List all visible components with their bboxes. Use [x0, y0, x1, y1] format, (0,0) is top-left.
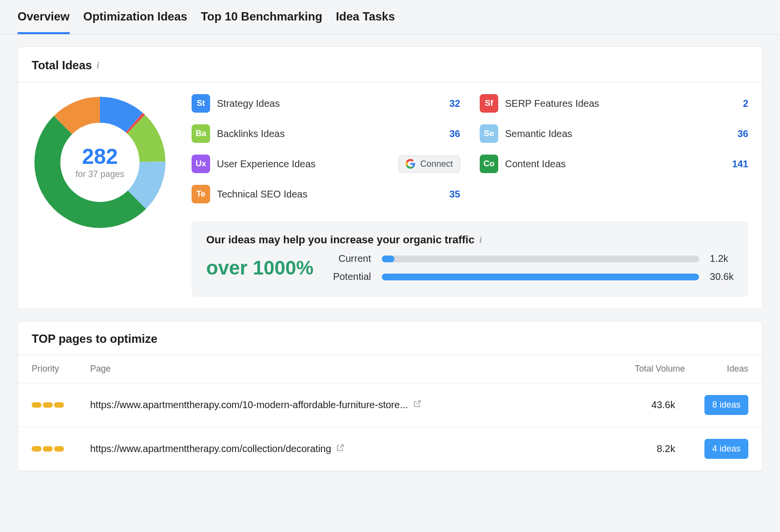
total-ideas-card: Total Ideas i 282 for 37 pages StStrateg… [18, 46, 762, 309]
idea-count: 2 [726, 98, 748, 109]
total-volume: 43.6k [607, 399, 685, 411]
idea-chip: Sf [480, 94, 498, 113]
connect-button[interactable]: Connect [398, 156, 460, 173]
traffic-title: Our ideas may help you increase your org… [206, 234, 474, 246]
idea-category[interactable]: CoContent Ideas141 [480, 155, 748, 173]
idea-label: Content Ideas [505, 158, 719, 170]
traffic-bar-label: Current [333, 253, 371, 264]
idea-category[interactable]: StStrategy Ideas32 [192, 94, 460, 113]
external-link-icon[interactable] [413, 399, 422, 411]
idea-count: 36 [726, 128, 748, 139]
traffic-percent: over 1000% [206, 257, 313, 279]
info-icon[interactable]: i [479, 235, 482, 245]
tab-overview[interactable]: Overview [18, 0, 70, 34]
donut-subtitle: for 37 pages [76, 169, 124, 179]
col-volume: Total Volume [607, 364, 685, 374]
idea-count: 141 [726, 158, 748, 170]
total-ideas-donut: 282 for 37 pages [32, 94, 168, 231]
ideas-button[interactable]: 4 ideas [704, 439, 748, 459]
idea-label: Technical SEO Ideas [217, 189, 431, 200]
info-icon[interactable]: i [97, 60, 99, 71]
top-pages-card: TOP pages to optimize Priority Page Tota… [18, 321, 762, 472]
idea-label: Strategy Ideas [217, 98, 431, 109]
idea-label: Semantic Ideas [505, 128, 719, 139]
traffic-bar-fill [382, 256, 394, 262]
page-url[interactable]: https://www.apartmenttherapy.com/collect… [90, 443, 607, 454]
traffic-bar-fill [382, 274, 699, 280]
idea-category[interactable]: SeSemantic Ideas36 [480, 124, 748, 143]
idea-category[interactable]: UxUser Experience IdeasConnect [192, 155, 460, 173]
top-pages-columns: Priority Page Total Volume Ideas [18, 355, 762, 383]
tab-top10-benchmarking[interactable]: Top 10 Benchmarking [201, 0, 322, 34]
idea-chip: Se [480, 124, 498, 143]
traffic-bar-track [382, 256, 699, 262]
ideas-categories: StStrategy Ideas32SfSERP Features Ideas2… [192, 94, 748, 203]
traffic-bars: Current1.2kPotential30.6k [333, 253, 734, 282]
priority-indicator [32, 446, 90, 452]
idea-chip: Ba [192, 124, 210, 143]
total-ideas-title: Total Ideas [32, 59, 92, 72]
total-volume: 8.2k [607, 443, 685, 454]
tab-optimization-ideas[interactable]: Optimization Ideas [83, 0, 187, 34]
idea-category[interactable]: TeTechnical SEO Ideas35 [192, 185, 460, 203]
traffic-bar-value: 1.2k [710, 253, 734, 264]
main-tabs: Overview Optimization Ideas Top 10 Bench… [0, 0, 780, 35]
traffic-bar-label: Potential [333, 271, 371, 282]
idea-label: Backlinks Ideas [217, 128, 431, 139]
col-page: Page [90, 364, 607, 374]
col-priority: Priority [32, 364, 90, 374]
traffic-bar-track [382, 274, 699, 280]
idea-chip: Ux [192, 155, 210, 173]
idea-count: 35 [438, 189, 460, 200]
table-row: https://www.apartmenttherapy.com/collect… [18, 427, 762, 471]
idea-chip: St [192, 94, 210, 113]
external-link-icon[interactable] [336, 443, 345, 454]
idea-category[interactable]: SfSERP Features Ideas2 [480, 94, 748, 113]
idea-label: User Experience Ideas [217, 158, 391, 170]
idea-chip: Co [480, 155, 498, 173]
table-row: https://www.apartmenttherapy.com/10-mode… [18, 383, 762, 427]
priority-indicator [32, 402, 90, 408]
page-url[interactable]: https://www.apartmenttherapy.com/10-mode… [90, 399, 607, 411]
idea-count: 36 [438, 128, 460, 139]
idea-category[interactable]: BaBacklinks Ideas36 [192, 124, 460, 143]
idea-count: 32 [438, 98, 460, 109]
col-ideas: Ideas [685, 364, 748, 374]
tab-idea-tasks[interactable]: Idea Tasks [336, 0, 395, 34]
google-icon [406, 159, 415, 169]
donut-total: 282 [76, 146, 124, 167]
idea-label: SERP Features Ideas [505, 98, 719, 109]
idea-chip: Te [192, 185, 210, 203]
total-ideas-header: Total Ideas i [18, 47, 762, 82]
top-pages-title: TOP pages to optimize [32, 332, 157, 345]
traffic-bar-value: 30.6k [710, 271, 734, 282]
traffic-forecast: Our ideas may help you increase your org… [192, 221, 748, 297]
ideas-button[interactable]: 8 ideas [704, 395, 748, 415]
